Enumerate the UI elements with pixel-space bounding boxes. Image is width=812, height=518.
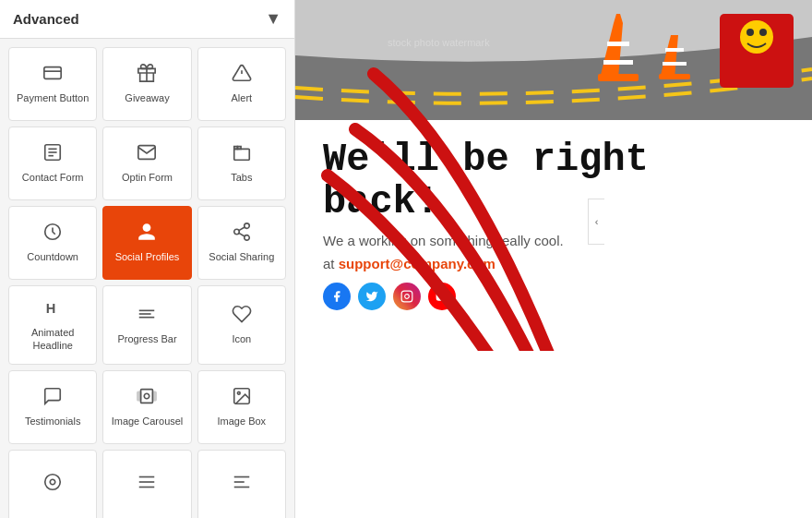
email-text: at support@company.com bbox=[323, 256, 784, 271]
right-content: stock photo watermark We'll be right bac… bbox=[295, 0, 812, 518]
payment-button-label: Payment Button bbox=[17, 91, 89, 104]
widget-item-16[interactable] bbox=[8, 450, 97, 518]
main-content: We'll be right back! We a working on som… bbox=[295, 120, 812, 329]
social-sharing-icon bbox=[232, 222, 252, 246]
widget-tabs[interactable]: Tabs bbox=[197, 126, 286, 200]
image-box-icon bbox=[232, 386, 252, 410]
animated-headline-label: Animated Headline bbox=[15, 326, 90, 353]
svg-rect-38 bbox=[603, 60, 633, 65]
widget-item-17[interactable] bbox=[102, 450, 191, 518]
svg-rect-0 bbox=[44, 67, 61, 79]
svg-text:stock photo watermark: stock photo watermark bbox=[388, 37, 490, 48]
svg-point-12 bbox=[245, 235, 250, 240]
widget-grid: Payment ButtonGiveawayAlertContact FormO… bbox=[0, 39, 294, 518]
svg-rect-41 bbox=[665, 48, 684, 52]
countdown-label: Countdown bbox=[27, 250, 78, 263]
svg-rect-8 bbox=[234, 150, 250, 161]
email-link[interactable]: support@company.com bbox=[339, 256, 496, 271]
svg-point-44 bbox=[740, 20, 773, 54]
giveaway-label: Giveaway bbox=[125, 91, 169, 104]
image-carousel-label: Image Carousel bbox=[112, 415, 184, 428]
heading-line1: We'll be right bbox=[323, 139, 784, 181]
heading: We'll be right back! bbox=[323, 139, 784, 223]
svg-rect-47 bbox=[729, 65, 784, 78]
widget-social-sharing[interactable]: Social Sharing bbox=[197, 206, 286, 280]
social-profiles-label: Social Profiles bbox=[115, 250, 180, 263]
heading-line2: back! bbox=[323, 181, 784, 223]
svg-rect-19 bbox=[141, 390, 153, 404]
panel-header: Advanced ▼ bbox=[0, 0, 294, 39]
widget-testimonials[interactable]: Testimonials bbox=[8, 370, 97, 444]
svg-rect-42 bbox=[663, 62, 687, 66]
payment-button-icon bbox=[42, 63, 63, 87]
instagram-icon[interactable] bbox=[393, 283, 421, 310]
alert-label: Alert bbox=[232, 91, 253, 104]
social-profiles-icon bbox=[137, 222, 157, 246]
widget-social-profiles[interactable]: Social Profiles bbox=[102, 206, 191, 280]
testimonials-icon bbox=[42, 386, 63, 410]
widget-image-box[interactable]: Image Box bbox=[197, 370, 286, 444]
countdown-icon bbox=[42, 222, 63, 246]
widget-progress-bar[interactable]: Progress Bar bbox=[102, 285, 191, 365]
svg-rect-49 bbox=[401, 292, 412, 303]
progress-bar-label: Progress Bar bbox=[117, 332, 176, 345]
twitter-icon[interactable] bbox=[358, 283, 386, 310]
image-box-label: Image Box bbox=[218, 415, 267, 428]
svg-point-11 bbox=[234, 230, 240, 235]
image-carousel-icon bbox=[137, 386, 157, 410]
icon-label: Icon bbox=[232, 332, 251, 345]
facebook-icon[interactable] bbox=[323, 283, 351, 310]
svg-text:H: H bbox=[46, 301, 56, 316]
svg-point-45 bbox=[746, 29, 754, 36]
widget-alert[interactable]: Alert bbox=[197, 47, 286, 121]
svg-point-10 bbox=[245, 223, 250, 229]
construction-svg: stock photo watermark bbox=[295, 0, 812, 120]
svg-point-25 bbox=[45, 475, 61, 490]
svg-point-22 bbox=[145, 393, 150, 399]
item-18-icon bbox=[232, 472, 252, 496]
tabs-label: Tabs bbox=[231, 171, 252, 184]
item-17-icon bbox=[137, 472, 157, 496]
svg-line-14 bbox=[239, 227, 245, 231]
widget-contact-form[interactable]: Contact Form bbox=[8, 126, 97, 200]
social-icons bbox=[323, 283, 784, 310]
svg-point-26 bbox=[50, 479, 55, 485]
widget-countdown[interactable]: Countdown bbox=[8, 206, 97, 280]
tabs-icon bbox=[232, 142, 252, 166]
optin-form-icon bbox=[137, 142, 157, 166]
right-panel: stock photo watermark We'll be right bac… bbox=[295, 0, 812, 518]
construction-banner: stock photo watermark bbox=[295, 0, 812, 120]
optin-form-label: Optin Form bbox=[122, 171, 173, 184]
svg-rect-20 bbox=[137, 392, 141, 400]
progress-bar-icon bbox=[137, 304, 157, 328]
svg-rect-21 bbox=[153, 392, 157, 400]
svg-point-24 bbox=[237, 392, 240, 394]
left-panel: Advanced ▼ Payment ButtonGiveawayAlertCo… bbox=[0, 0, 295, 518]
svg-rect-36 bbox=[598, 74, 639, 81]
panel-collapse-button[interactable]: ‹ bbox=[588, 199, 604, 245]
email-prefix: at bbox=[323, 256, 339, 271]
widget-animated-headline[interactable]: HAnimated Headline bbox=[8, 285, 97, 365]
animated-headline-icon: H bbox=[42, 297, 63, 321]
widget-icon[interactable]: Icon bbox=[197, 285, 286, 365]
svg-line-13 bbox=[239, 234, 245, 237]
svg-rect-40 bbox=[659, 74, 690, 79]
svg-rect-37 bbox=[607, 42, 629, 46]
alert-icon bbox=[232, 63, 252, 87]
social-sharing-label: Social Sharing bbox=[209, 250, 274, 263]
widget-optin-form[interactable]: Optin Form bbox=[102, 126, 191, 200]
item-16-icon bbox=[42, 472, 63, 496]
widget-payment-button[interactable]: Payment Button bbox=[8, 47, 97, 121]
widget-item-18[interactable] bbox=[197, 450, 286, 518]
collapse-icon[interactable]: ▼ bbox=[265, 9, 281, 29]
widget-image-carousel[interactable]: Image Carousel bbox=[102, 370, 191, 444]
giveaway-icon bbox=[137, 63, 157, 87]
sub-text: We a working on something really cool. bbox=[323, 233, 784, 248]
youtube-icon[interactable] bbox=[428, 283, 456, 310]
icon-icon bbox=[232, 304, 252, 328]
contact-form-label: Contact Form bbox=[22, 171, 84, 184]
panel-title: Advanced bbox=[13, 11, 79, 27]
testimonials-label: Testimonials bbox=[25, 415, 81, 428]
svg-point-46 bbox=[759, 29, 767, 36]
widget-giveaway[interactable]: Giveaway bbox=[102, 47, 191, 121]
